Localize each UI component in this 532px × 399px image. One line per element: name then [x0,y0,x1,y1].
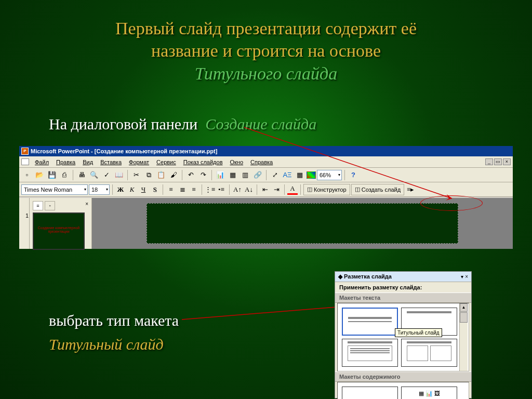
content-icon: ▦ [419,390,424,397]
redo-icon[interactable]: ↷ [197,169,209,181]
scroll-thumb[interactable] [460,312,468,323]
menu-edit[interactable]: Правка [53,158,78,166]
designer-button[interactable]: ◫ Конструктор [303,184,350,195]
taskpane-close-icon[interactable]: ▾ × [461,274,468,280]
outline-tab[interactable]: ≡ [33,201,43,210]
bullets-icon[interactable]: •≡ [216,184,227,195]
designer-icon: ◫ [307,186,312,193]
tables-icon[interactable]: ▥ [240,169,251,181]
taskpane-header: ◆ Разметка слайда ▾ × [335,272,471,282]
app-icon: P [21,148,29,155]
task-pane: ◆ Разметка слайда ▾ × Применить разметку… [335,271,472,398]
cut-icon[interactable]: ✂ [130,169,142,181]
layout-content[interactable]: ▦📊🖼 [401,387,457,399]
menubar: Файл Правка Вид Вставка Формат Сервис По… [19,156,513,168]
numbering-icon[interactable]: ⋮≡ [205,184,215,195]
menu-tools[interactable]: Сервис [153,158,179,166]
slide-thumbnail-panel: ≡ ▫ × 1 Создание компьютерной презентаци… [30,198,92,249]
menu-window[interactable]: Окно [227,158,247,166]
min-button[interactable]: _ [485,158,493,165]
menu-slideshow[interactable]: Показ слайдов [180,158,226,166]
fontsize-combo[interactable]: 18 [89,184,110,195]
hyperlink-icon[interactable]: 🔗 [252,169,263,181]
menu-file[interactable]: Файл [32,158,52,166]
menu-help[interactable]: Справка [247,158,276,166]
align-center-icon[interactable]: ≣ [177,184,188,195]
annotation-choose: выбрать тип макета [49,312,179,329]
outdent-icon[interactable]: ⇤ [260,184,270,195]
formatting-toolbar: Times New Roman 18 Ж К Ч S ≡ ≣ ≡ ⋮≡ •≡ A… [19,182,513,197]
svg-line-2 [182,307,343,320]
slide-number: 1 [25,212,29,219]
print-icon[interactable]: 🖶 [76,169,87,181]
taskpane-apply-label: Применить разметку слайда: [335,282,471,292]
menu-insert[interactable]: Вставка [97,158,125,166]
content-icon: 📊 [425,390,433,397]
new-slide-button[interactable]: ◫ Создать слайд [351,184,404,195]
scroll-up-icon[interactable]: ▲ [460,303,468,312]
menu-format[interactable]: Формат [126,158,152,166]
layout-title-slide[interactable] [342,308,398,336]
layout-title-text[interactable] [342,339,398,367]
incfont-icon[interactable]: A↑ [232,184,243,195]
layout-two-column[interactable] [401,339,457,367]
align-right-icon[interactable]: ≡ [189,184,199,195]
research-icon[interactable]: 📖 [113,169,125,181]
help-icon[interactable]: ? [348,169,359,181]
content-icon: 🖼 [434,390,440,397]
paste-icon[interactable]: 📋 [155,169,167,181]
app-titlebar: P Microsoft PowerPoint - [Создание компь… [19,146,513,156]
newslide-icon: ◫ [355,186,360,193]
section-text-layouts: Макеты текста [335,292,471,303]
slide-title: Первый слайд презентации содержит её наз… [0,0,532,85]
showfmt-icon[interactable]: AΞ [282,169,293,181]
doc-icon [21,158,29,165]
scrollbar[interactable]: ▲ [459,303,468,371]
title-line1: Первый слайд презентации содержит её [115,19,417,38]
copy-icon[interactable]: ⧉ [143,169,154,181]
fontcolor-icon[interactable]: A [287,184,298,195]
powerpoint-screenshot: P Microsoft PowerPoint - [Создание компь… [19,146,513,249]
annotation-1: На диалоговой панели Создание слайда [49,115,316,133]
new-icon[interactable]: ▫ [21,169,33,181]
menu-view[interactable]: Вид [79,158,96,166]
slide-thumbnail[interactable]: Создание компьютерной презентации [33,212,85,250]
slide-edit-area[interactable] [92,198,513,249]
annotation-layout: Титульный слайд [49,336,164,353]
arrow-2 [182,291,353,353]
close-button[interactable]: × [503,158,511,165]
expand-icon[interactable]: ⤢ [269,169,281,181]
slide-canvas[interactable] [147,203,458,244]
app-title: Microsoft PowerPoint - [Создание компьют… [31,148,217,154]
underline-button[interactable]: Ч [138,184,149,195]
title-line2: название и строится на основе [151,41,381,60]
font-combo[interactable]: Times New Roman [21,184,88,195]
layout-blank[interactable] [342,387,398,399]
undo-icon[interactable]: ↶ [185,169,196,181]
chart-icon[interactable]: 📊 [215,169,226,181]
spell-icon[interactable]: ✓ [101,169,112,181]
open-icon[interactable]: 📂 [34,169,45,181]
bold-button[interactable]: Ж [115,184,126,195]
close-panel-icon[interactable]: × [85,201,88,210]
layouts-grid: Титульный слайд ▲ [337,303,469,371]
table-icon[interactable]: ▦ [227,169,238,181]
shadow-button[interactable]: S [150,184,160,195]
indent-icon[interactable]: ⇥ [271,184,282,195]
color-icon[interactable] [307,171,316,179]
title-sub: Титульного слайда [31,63,501,85]
preview-icon[interactable]: 🔍 [88,169,100,181]
layout-tooltip: Титульный слайд [395,328,442,337]
restore-button[interactable]: ▭ [494,158,502,165]
save-icon[interactable]: 💾 [46,169,58,181]
grid-icon[interactable]: ▦ [294,169,305,181]
content-layouts-grid: ▦📊🖼 [337,382,469,399]
slides-tab[interactable]: ▫ [45,201,55,210]
decfont-icon[interactable]: A↓ [244,184,254,195]
italic-button[interactable]: К [127,184,137,195]
fmtpaint-icon[interactable]: 🖌 [168,169,179,181]
align-left-icon[interactable]: ≡ [166,184,176,195]
zoom-combo[interactable]: 66% [317,170,342,180]
saveas-icon[interactable]: ⎙ [59,169,70,181]
more-icon[interactable]: ≡▸ [405,184,416,195]
